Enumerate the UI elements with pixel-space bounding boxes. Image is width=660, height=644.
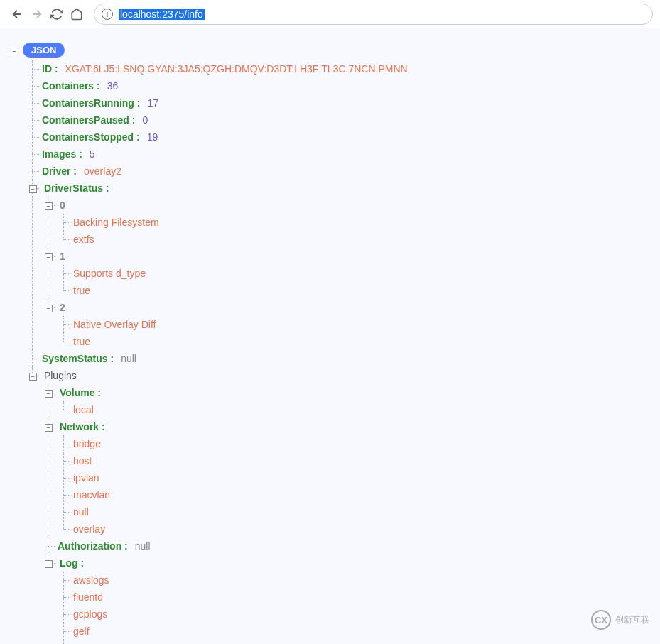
list-item: true — [58, 282, 649, 299]
collapse-toggle[interactable]: − — [29, 185, 37, 193]
list-item: ipvlan — [58, 469, 649, 486]
json-badge: JSON — [23, 43, 65, 58]
collapse-toggle[interactable]: − — [45, 560, 53, 568]
watermark-icon: CX — [591, 610, 611, 630]
field-plugins: − Plugins − Volume local − Network — [26, 367, 649, 644]
field-containers-paused: ContainersPaused0 — [26, 111, 649, 129]
watermark-text: 创新互联 — [615, 614, 649, 626]
driver-status-2: − 2 Native Overlay Diff true — [42, 299, 649, 350]
list-item: journald — [58, 640, 649, 644]
collapse-toggle[interactable]: − — [45, 253, 53, 261]
plugins-log: − Log awslogs fluentd gcplogs gelf journ… — [42, 555, 649, 644]
reload-button[interactable] — [47, 4, 67, 24]
list-item: extfs — [58, 231, 649, 248]
list-item: macvlan — [58, 486, 649, 503]
list-item: bridge — [58, 435, 649, 452]
json-viewer: − JSON IDXGAT:6LJ5:LSNQ:GYAN:3JA5:QZGH:D… — [0, 28, 660, 644]
field-containers-running: ContainersRunning17 — [26, 94, 649, 111]
list-item: fluentd — [58, 589, 649, 606]
list-item: gcplogs — [58, 606, 649, 623]
list-item: awslogs — [58, 572, 649, 589]
field-images: Images5 — [26, 146, 649, 163]
field-id: IDXGAT:6LJ5:LSNQ:GYAN:3JA5:QZGH:DMQV:D3D… — [26, 60, 649, 77]
collapse-toggle[interactable]: − — [45, 202, 53, 210]
collapse-toggle[interactable]: − — [29, 373, 37, 381]
collapse-toggle[interactable]: − — [45, 424, 53, 432]
list-item: Supports d_type — [58, 265, 649, 282]
list-item: gelf — [58, 623, 649, 640]
field-containers: Containers36 — [26, 77, 649, 94]
field-driver-status: − DriverStatus − 0 Backing Filesystem ex… — [26, 180, 649, 350]
driver-status-0: − 0 Backing Filesystem extfs — [42, 197, 649, 248]
collapse-toggle[interactable]: − — [45, 390, 53, 398]
url-text: localhost:2375/info — [119, 9, 205, 20]
site-info-icon[interactable]: i — [102, 9, 113, 20]
list-item: local — [58, 401, 649, 418]
plugins-volume: − Volume local — [42, 384, 649, 418]
field-system-status: SystemStatusnull — [26, 350, 649, 367]
collapse-toggle[interactable]: − — [11, 48, 18, 55]
field-containers-stopped: ContainersStopped19 — [26, 129, 649, 146]
home-button[interactable] — [67, 4, 87, 24]
collapse-toggle[interactable]: − — [45, 305, 53, 312]
list-item: host — [58, 452, 649, 469]
back-button[interactable] — [7, 4, 27, 24]
list-item: Native Overlay Diff — [58, 316, 649, 333]
json-tree: IDXGAT:6LJ5:LSNQ:GYAN:3JA5:QZGH:DMQV:D3D… — [11, 60, 649, 644]
driver-status-1: − 1 Supports d_type true — [42, 248, 649, 299]
plugins-authorization: Authorizationnull — [42, 537, 649, 555]
browser-toolbar: i localhost:2375/info — [0, 0, 660, 28]
forward-button[interactable] — [27, 4, 47, 24]
plugins-network: − Network bridge host ipvlan macvlan nul… — [42, 418, 649, 537]
watermark: CX 创新互联 — [591, 610, 649, 630]
list-item: null — [58, 503, 649, 520]
list-item: Backing Filesystem — [58, 214, 649, 231]
address-bar[interactable]: i localhost:2375/info — [94, 4, 653, 25]
list-item: true — [58, 333, 649, 350]
list-item: overlay — [58, 520, 649, 537]
field-driver: Driveroverlay2 — [26, 163, 649, 180]
